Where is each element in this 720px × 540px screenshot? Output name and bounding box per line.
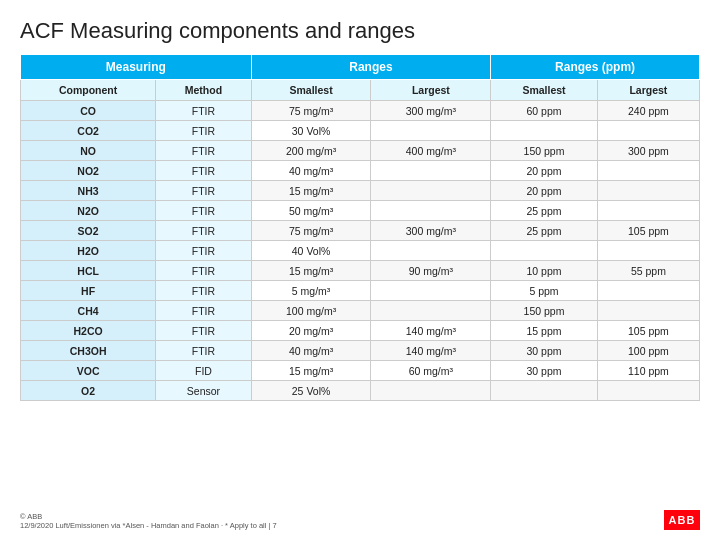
table-cell — [597, 201, 699, 221]
table-cell: VOC — [21, 361, 156, 381]
group-header-ranges: Ranges — [251, 55, 491, 80]
table-row: NOFTIR200 mg/m³400 mg/m³150 ppm300 ppm — [21, 141, 700, 161]
table-cell: 140 mg/m³ — [371, 321, 491, 341]
table-cell: 100 ppm — [597, 341, 699, 361]
table-cell: FTIR — [156, 281, 251, 301]
table-cell: 55 ppm — [597, 261, 699, 281]
table-cell: CO2 — [21, 121, 156, 141]
footer: © ABB 12/9/2020 Luft/Emissionen via *Als… — [20, 510, 700, 530]
table-cell: 20 mg/m³ — [251, 321, 371, 341]
col-smallest: Smallest — [251, 80, 371, 101]
table-cell: 40 Vol% — [251, 241, 371, 261]
table-cell: FTIR — [156, 201, 251, 221]
table-cell: HCL — [21, 261, 156, 281]
table-row: H2COFTIR20 mg/m³140 mg/m³15 ppm105 ppm — [21, 321, 700, 341]
table-cell: 15 mg/m³ — [251, 181, 371, 201]
table-cell: CH3OH — [21, 341, 156, 361]
table-cell: 40 mg/m³ — [251, 341, 371, 361]
table-row: H2OFTIR40 Vol% — [21, 241, 700, 261]
table-cell: FTIR — [156, 241, 251, 261]
abb-logo-box: ABB — [664, 510, 700, 530]
table-cell: H2CO — [21, 321, 156, 341]
table-cell: NH3 — [21, 181, 156, 201]
table-row: CH3OHFTIR40 mg/m³140 mg/m³30 ppm100 ppm — [21, 341, 700, 361]
col-component: Component — [21, 80, 156, 101]
col-largest: Largest — [371, 80, 491, 101]
table-row: N2OFTIR50 mg/m³25 ppm — [21, 201, 700, 221]
footer-date: 12/9/2020 Luft/Emissionen via *Alsen - H… — [20, 521, 277, 530]
table-cell: 150 ppm — [491, 141, 598, 161]
table-cell: 30 ppm — [491, 361, 598, 381]
table-cell — [371, 381, 491, 401]
table-cell: 150 ppm — [491, 301, 598, 321]
table-cell — [371, 301, 491, 321]
table-cell: 20 ppm — [491, 181, 598, 201]
group-header-row: Measuring Ranges Ranges (ppm) — [21, 55, 700, 80]
table-cell: O2 — [21, 381, 156, 401]
col-method: Method — [156, 80, 251, 101]
table-cell: 300 mg/m³ — [371, 221, 491, 241]
table-cell: NO — [21, 141, 156, 161]
table-row: CH4FTIR100 mg/m³150 ppm — [21, 301, 700, 321]
table-cell: SO2 — [21, 221, 156, 241]
table-cell — [371, 241, 491, 261]
table-cell — [597, 281, 699, 301]
table-cell: 25 ppm — [491, 221, 598, 241]
table-cell: Sensor — [156, 381, 251, 401]
table-cell — [371, 161, 491, 181]
table-cell: 100 mg/m³ — [251, 301, 371, 321]
table-row: NO2FTIR40 mg/m³20 ppm — [21, 161, 700, 181]
table-cell — [597, 181, 699, 201]
table-cell: FTIR — [156, 161, 251, 181]
table-row: HFFTIR5 mg/m³5 ppm — [21, 281, 700, 301]
sub-header-row: Component Method Smallest Largest Smalle… — [21, 80, 700, 101]
table-cell: 5 mg/m³ — [251, 281, 371, 301]
table-cell: 10 ppm — [491, 261, 598, 281]
table-row: COFTIR75 mg/m³300 mg/m³60 ppm240 ppm — [21, 101, 700, 121]
table-cell: 15 mg/m³ — [251, 261, 371, 281]
table-cell: 20 ppm — [491, 161, 598, 181]
table-cell: 75 mg/m³ — [251, 221, 371, 241]
table-row: NH3FTIR15 mg/m³20 ppm — [21, 181, 700, 201]
table-cell: 5 ppm — [491, 281, 598, 301]
table-cell: 60 ppm — [491, 101, 598, 121]
table-cell: FTIR — [156, 341, 251, 361]
table-row: SO2FTIR75 mg/m³300 mg/m³25 ppm105 ppm — [21, 221, 700, 241]
table-cell: 30 Vol% — [251, 121, 371, 141]
table-cell: 15 mg/m³ — [251, 361, 371, 381]
group-header-measuring: Measuring — [21, 55, 252, 80]
table-row: VOCFID15 mg/m³60 mg/m³30 ppm110 ppm — [21, 361, 700, 381]
table-cell: 400 mg/m³ — [371, 141, 491, 161]
footer-text: © ABB 12/9/2020 Luft/Emissionen via *Als… — [20, 512, 277, 530]
table-wrapper: Measuring Ranges Ranges (ppm) Component … — [20, 54, 700, 504]
table-cell: 25 Vol% — [251, 381, 371, 401]
table-cell: 300 mg/m³ — [371, 101, 491, 121]
table-cell: 105 ppm — [597, 321, 699, 341]
table-cell: FTIR — [156, 301, 251, 321]
table-row: O2Sensor25 Vol% — [21, 381, 700, 401]
table-cell: 75 mg/m³ — [251, 101, 371, 121]
table-cell: N2O — [21, 201, 156, 221]
table-cell: 140 mg/m³ — [371, 341, 491, 361]
col-ppm-largest: Largest — [597, 80, 699, 101]
table-cell: 90 mg/m³ — [371, 261, 491, 281]
table-cell — [491, 381, 598, 401]
table-cell: FTIR — [156, 221, 251, 241]
table-cell — [597, 121, 699, 141]
table-cell: 110 ppm — [597, 361, 699, 381]
table-cell: 15 ppm — [491, 321, 598, 341]
table-cell — [491, 241, 598, 261]
table-cell: 60 mg/m³ — [371, 361, 491, 381]
table-cell: FTIR — [156, 121, 251, 141]
table-row: HCLFTIR15 mg/m³90 mg/m³10 ppm55 ppm — [21, 261, 700, 281]
table-cell — [371, 281, 491, 301]
table-cell — [371, 121, 491, 141]
col-ppm-smallest: Smallest — [491, 80, 598, 101]
table-cell: 105 ppm — [597, 221, 699, 241]
table-cell — [371, 201, 491, 221]
data-table: Measuring Ranges Ranges (ppm) Component … — [20, 54, 700, 401]
table-cell: CH4 — [21, 301, 156, 321]
footer-copyright: © ABB — [20, 512, 42, 521]
table-cell: 300 ppm — [597, 141, 699, 161]
table-cell — [597, 301, 699, 321]
